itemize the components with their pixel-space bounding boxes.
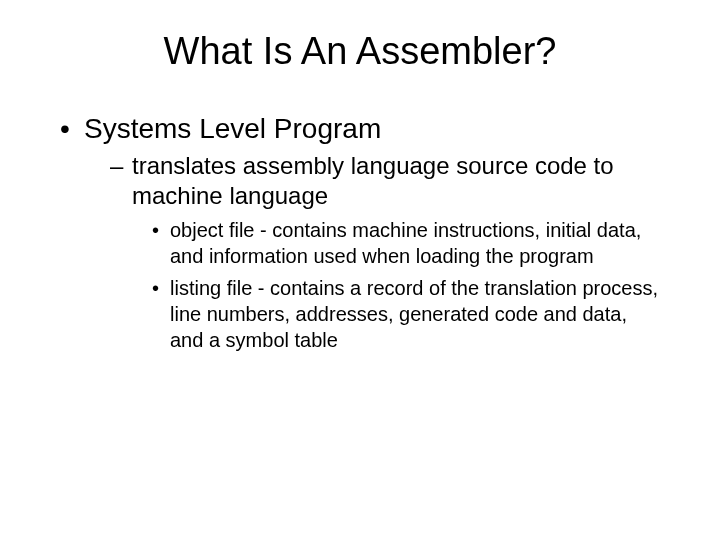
bullet-list-level3: object file - contains machine instructi… [152,217,660,353]
bullet-l3-item: listing file - contains a record of the … [152,275,660,353]
bullet-l3b-text: listing file - contains a record of the … [170,277,658,351]
slide-title: What Is An Assembler? [60,30,660,73]
bullet-l2-item: translates assembly language source code… [110,151,660,353]
bullet-l2-text: translates assembly language source code… [132,152,614,209]
bullet-l3a-text: object file - contains machine instructi… [170,219,641,267]
slide: What Is An Assembler? Systems Level Prog… [0,0,720,540]
bullet-l1-item: Systems Level Program translates assembl… [60,113,660,353]
bullet-l1-text: Systems Level Program [84,113,381,144]
bullet-l3-item: object file - contains machine instructi… [152,217,660,269]
bullet-list-level1: Systems Level Program translates assembl… [60,113,660,353]
bullet-list-level2: translates assembly language source code… [110,151,660,353]
